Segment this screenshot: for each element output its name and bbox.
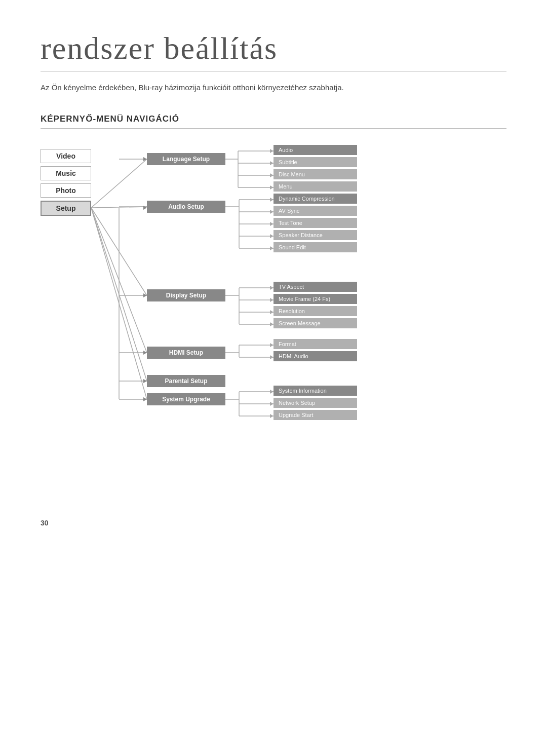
hdmi-setup-label: HDMI Setup [147,347,225,359]
svg-marker-49 [270,343,274,347]
mid-parental-setup: Parental Setup [147,375,225,387]
svg-marker-30 [270,198,274,202]
svg-marker-32 [270,222,274,226]
svg-marker-43 [270,310,274,314]
right-network-setup: Network Setup [274,398,357,408]
right-tv-aspect: TV Aspect [274,282,357,292]
right-menu: Menu [274,181,357,192]
svg-marker-22 [270,185,274,190]
right-dynamic-compression: Dynamic Compression [274,194,357,204]
nav-setup-box[interactable]: Setup [41,201,91,216]
right-hdmi-audio: HDMI Audio [274,351,357,361]
right-subtitle: Subtitle [274,157,357,167]
diagram: Video Music Photo Setup Language Setup A… [41,144,496,488]
parental-setup-label: Parental Setup [147,375,225,387]
svg-marker-58 [270,414,274,418]
right-audio: Audio [274,145,357,155]
right-disc-menu: Disc Menu [274,169,357,179]
mid-display-setup: Display Setup [147,289,225,301]
svg-marker-57 [270,402,274,406]
nav-music[interactable]: Music [41,166,91,180]
right-system-information: System Information [274,386,357,396]
svg-marker-60 [143,157,147,161]
nav-video-box[interactable]: Video [41,149,91,163]
nav-photo[interactable]: Photo [41,183,91,198]
section-heading: KÉPERNYŐ-MENÜ NAVIGÁCIÓ [41,114,506,129]
svg-line-1 [91,207,147,208]
svg-marker-33 [270,234,274,238]
svg-marker-44 [270,322,274,326]
svg-marker-19 [270,149,274,153]
nav-setup[interactable]: Setup [41,201,91,216]
system-upgrade-label: System Upgrade [147,393,225,405]
page-title: rendszer beállítás [41,30,506,72]
svg-marker-64 [143,397,147,401]
right-movie-frame: Movie Frame (24 Fs) [274,294,357,304]
right-resolution: Resolution [274,306,357,316]
page-number: 30 [41,519,506,527]
svg-line-2 [91,208,147,295]
svg-line-3 [91,208,147,353]
mid-language-setup: Language Setup [147,153,225,165]
nav-music-box[interactable]: Music [41,166,91,180]
connector-lines [41,144,496,488]
svg-line-4 [91,208,147,381]
mid-hdmi-setup: HDMI Setup [147,347,225,359]
svg-marker-34 [270,246,274,250]
svg-marker-50 [270,355,274,359]
svg-marker-21 [270,173,274,177]
svg-marker-31 [270,210,274,214]
language-setup-label: Language Setup [147,153,225,165]
nav-video[interactable]: Video [41,149,91,163]
nav-photo-box[interactable]: Photo [41,183,91,198]
svg-marker-42 [270,298,274,302]
svg-marker-59 [143,206,147,210]
page-subtitle: Az Ön kényelme érdekében, Blu-ray házimo… [41,82,506,94]
right-av-sync: AV Sync [274,206,357,216]
right-screen-message: Screen Message [274,318,357,328]
right-sound-edit: Sound Edit [274,242,357,252]
svg-marker-62 [143,351,147,355]
right-upgrade-start: Upgrade Start [274,410,357,420]
svg-marker-63 [143,379,147,383]
svg-marker-20 [270,161,274,165]
svg-marker-56 [270,390,274,394]
svg-line-5 [91,208,147,399]
mid-system-upgrade: System Upgrade [147,393,225,405]
mid-audio-setup: Audio Setup [147,201,225,213]
right-format: Format [274,339,357,349]
right-test-tone: Test Tone [274,218,357,228]
svg-line-0 [91,159,147,208]
svg-marker-61 [143,293,147,297]
audio-setup-label: Audio Setup [147,201,225,213]
right-speaker-distance: Speaker Distance [274,230,357,240]
display-setup-label: Display Setup [147,289,225,301]
svg-marker-41 [270,286,274,290]
